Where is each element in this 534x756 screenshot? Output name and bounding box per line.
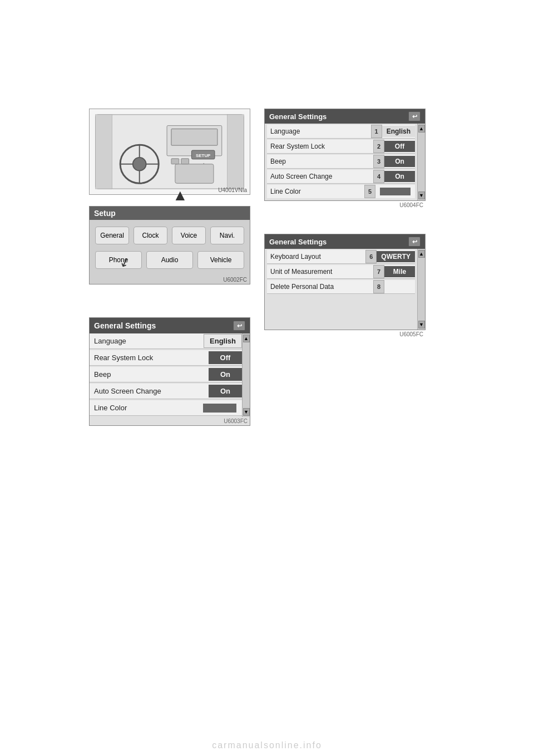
right-1-value-rearsystemlock: Off (384, 141, 415, 152)
right-1-num-rearsystemlock: 2 (373, 140, 384, 153)
setup-buttons-row1: General Clock Voice Navi. (90, 220, 250, 251)
right-1-row-autoscreenchange: Auto Screen Change 4 On (267, 170, 415, 184)
bottom-settings-row-language: Language English (90, 333, 242, 349)
right-1-label-language: Language (267, 126, 371, 137)
right-1-row-language: Language 1 English (267, 125, 415, 139)
scroll-down-button[interactable]: ▼ (243, 408, 250, 416)
right-gen-1-code: U6004FC (264, 201, 426, 209)
right-1-num-beep: 3 (373, 155, 384, 168)
setup-btn-voice[interactable]: Voice (172, 227, 206, 244)
bottom-row-label-beep: Beep (90, 368, 209, 381)
right-gen-1-content: Language 1 English Rear System Lock 2 Of… (265, 124, 425, 200)
right-gen-2-code: U6005FC (264, 330, 426, 338)
diagram-label: U4001VNIa (218, 187, 247, 193)
right-1-row-rearsystemlock: Rear System Lock 2 Off (267, 140, 415, 154)
right-gen-2-content: Keyboard Layout 6 QWERTY Unit of Measure… (265, 249, 425, 330)
svg-rect-8 (171, 129, 217, 146)
right-1-label-autoscreenchange: Auto Screen Change (267, 171, 373, 182)
bottom-settings-row-rearsystemlock: Rear System Lock Off (90, 350, 242, 366)
right-gen-2-scrollbar: ▲ ▼ (417, 249, 425, 330)
right-1-scroll-up[interactable]: ▲ (418, 125, 425, 132)
svg-point-2 (133, 158, 146, 171)
right-1-value-autoscreenchange: On (384, 171, 415, 182)
right-1-scroll-down[interactable]: ▼ (418, 192, 425, 199)
right-1-label-linecolor: Line Color (267, 186, 364, 197)
bottom-settings-row-autoscreenchange: Auto Screen Change On (90, 384, 242, 399)
right-gen-settings-panel-1: General Settings ↩ Language 1 English Re… (264, 109, 426, 209)
setup-buttons-row2: Phone Audio Vehicle (90, 251, 250, 276)
bottom-row-value-autoscreenchange: On (209, 385, 242, 397)
bottom-row-label-linecolor: Line Color (90, 401, 197, 414)
right-2-empty-space (267, 295, 415, 328)
right-2-row-deletepersonaldata: Delete Personal Data 8 (267, 280, 415, 294)
setup-panel-title: Setup (90, 207, 250, 220)
right-1-label-beep: Beep (267, 156, 373, 167)
right-1-value-language: English (382, 126, 415, 137)
right-1-label-rearsystemlock: Rear System Lock (267, 141, 373, 152)
right-1-value-beep: On (384, 156, 415, 167)
right-gen-1-back-button[interactable]: ↩ (408, 111, 421, 121)
right-2-row-keyboardlayout: Keyboard Layout 6 QWERTY (267, 250, 415, 264)
setup-panel: Setup General Clock Voice Navi. Phone Au… (89, 206, 250, 284)
bottom-gen-settings-content: Language English Rear System Lock Off Be… (90, 333, 250, 417)
setup-btn-navi[interactable]: Navi. (210, 227, 244, 244)
svg-text:SETUP: SETUP (196, 153, 210, 158)
right-1-num-linecolor: 5 (364, 185, 375, 198)
right-2-label-deletepersonaldata: Delete Personal Data (267, 281, 373, 292)
right-gen-settings-panel-2: General Settings ↩ Keyboard Layout 6 QWE… (264, 234, 426, 338)
right-1-num-autoscreenchange: 4 (373, 170, 384, 183)
bottom-settings-row-beep: Beep On (90, 367, 242, 382)
svg-rect-13 (171, 159, 179, 164)
setup-btn-audio[interactable]: Audio (146, 251, 193, 269)
right-gen-settings-2-inner: General Settings ↩ Keyboard Layout 6 QWE… (264, 234, 426, 330)
car-diagram: SETUP U4001VNIa (89, 109, 250, 195)
right-gen-2-back-button[interactable]: ↩ (408, 237, 421, 247)
right-1-row-linecolor: Line Color 5 (267, 185, 415, 198)
svg-rect-16 (228, 115, 244, 189)
right-2-num-keyboardlayout: 6 (365, 250, 377, 263)
bottom-gen-back-button[interactable]: ↩ (233, 321, 245, 331)
svg-rect-15 (96, 115, 112, 189)
right-2-row-unitofmeasurement: Unit of Measurement 7 Mile (267, 265, 415, 279)
bottom-gen-settings-panel: General Settings ↩ Language English Rear… (89, 317, 250, 426)
right-gen-2-rows: Keyboard Layout 6 QWERTY Unit of Measure… (265, 249, 417, 330)
setup-btn-vehicle[interactable]: Vehicle (197, 251, 244, 269)
right-gen-settings-2-title: General Settings ↩ (265, 234, 425, 249)
setup-panel-code: U6002FC (90, 276, 250, 284)
right-2-num-unitofmeasurement: 7 (373, 265, 384, 278)
bottom-gen-rows-area: Language English Rear System Lock Off Be… (90, 333, 242, 417)
bottom-row-value-beep: On (209, 368, 242, 381)
svg-rect-14 (181, 159, 189, 164)
right-gen-settings-1-title: General Settings ↩ (265, 109, 425, 124)
bottom-row-label-rearsystemlock: Rear System Lock (90, 351, 209, 364)
setup-btn-general[interactable]: General (95, 227, 129, 244)
setup-arrow-icon: ▲ (172, 186, 188, 204)
right-2-scroll-up[interactable]: ▲ (418, 250, 425, 258)
right-2-label-keyboardlayout: Keyboard Layout (267, 251, 365, 262)
right-1-row-beep: Beep 3 On (267, 155, 415, 169)
right-gen-1-rows: Language 1 English Rear System Lock 2 Of… (265, 124, 417, 200)
bottom-settings-row-linecolor: Line Color (90, 400, 242, 416)
right-gen-settings-1-inner: General Settings ↩ Language 1 English Re… (264, 109, 426, 201)
bottom-row-value-rearsystemlock: Off (209, 351, 242, 364)
right-2-label-unitofmeasurement: Unit of Measurement (267, 266, 373, 277)
bottom-gen-settings-title: General Settings ↩ (90, 318, 250, 333)
bottom-row-label-autoscreenchange: Auto Screen Change (90, 385, 209, 397)
right-2-num-deletepersonaldata: 8 (373, 280, 384, 293)
right-2-scroll-down[interactable]: ▼ (418, 321, 425, 328)
right-1-num-language: 1 (371, 125, 382, 138)
watermark: carmanualsonline.info (0, 740, 534, 750)
bottom-row-value-linecolor (203, 404, 236, 413)
right-gen-1-scrollbar: ▲ ▼ (417, 124, 425, 200)
right-2-value-keyboardlayout: QWERTY (377, 251, 415, 262)
bottom-row-value-language: English (204, 334, 242, 348)
right-1-value-linecolor (380, 188, 411, 195)
bottom-gen-scrollbar: ▲ ▼ (242, 333, 250, 417)
right-2-value-unitofmeasurement: Mile (384, 266, 415, 277)
scroll-up-button[interactable]: ▲ (243, 335, 250, 342)
bottom-row-label-language: Language (90, 335, 204, 347)
bottom-gen-panel-code: U6003FC (90, 417, 250, 425)
right-2-value-deletepersonaldata (384, 285, 415, 288)
setup-btn-clock[interactable]: Clock (134, 227, 167, 244)
svg-rect-12 (175, 164, 214, 184)
